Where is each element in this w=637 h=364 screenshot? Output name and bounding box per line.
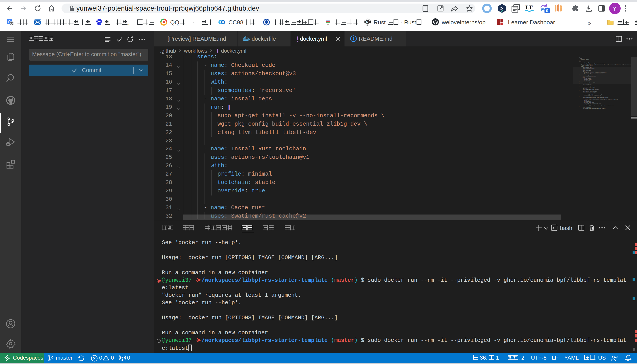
svg-text:du: du xyxy=(97,22,101,25)
svg-text:Y: Y xyxy=(613,5,616,12)
svg-text:LT: LT xyxy=(525,4,532,10)
svg-text:R: R xyxy=(366,20,369,24)
svg-text:0: 0 xyxy=(546,8,548,13)
svg-text:9: 9 xyxy=(219,20,221,24)
svg-text:8: 8 xyxy=(222,20,224,24)
